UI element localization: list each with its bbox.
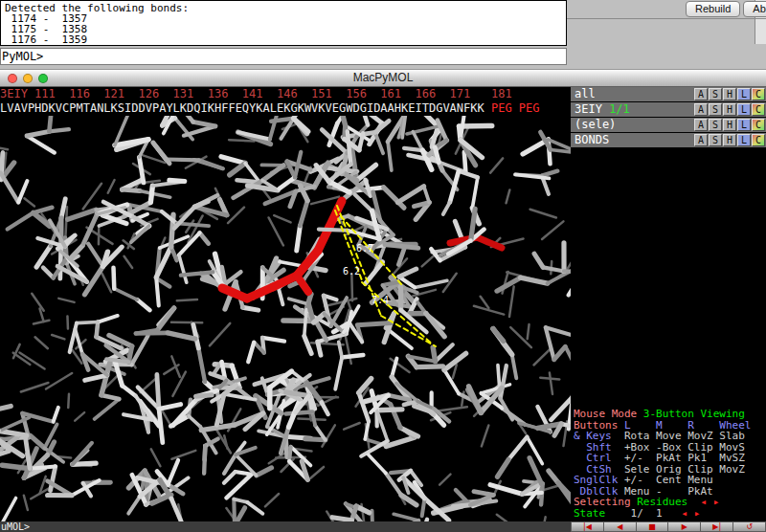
vcr-button-4[interactable]: ▶|: [701, 521, 733, 532]
action-button-l[interactable]: L: [737, 134, 751, 146]
object-panel: allASHLC3EIY 1/1ASHLC(sele)ASHLCBONDSASH…: [571, 87, 766, 521]
action-button-h[interactable]: H: [723, 119, 736, 131]
action-button-a[interactable]: A: [694, 134, 708, 146]
sequence-numbers: 3EIY 111 116 121 126 131 136 141 146 151…: [0, 87, 571, 101]
object-action-buttons: ASHLC: [694, 119, 765, 131]
object-row-bonds[interactable]: BONDSASHLC: [571, 133, 766, 147]
internal-prompt: uMOL>: [1, 521, 30, 532]
mouse-mode-panel: Mouse Mode 3-Button ViewingButtons L M R…: [574, 409, 765, 519]
distance-label: 7.4: [372, 295, 389, 305]
minimize-button[interactable]: [23, 74, 33, 83]
distance-label: 6.2: [343, 266, 360, 277]
window-title: MacPyMOL: [0, 70, 766, 86]
object-state-count: 1/1: [602, 102, 630, 116]
rebuild-button[interactable]: Rebuild: [686, 1, 740, 17]
object-label: (sele): [574, 118, 616, 131]
toolbar-divider: [567, 18, 766, 19]
action-button-h[interactable]: H: [723, 88, 736, 100]
object-action-buttons: ASHLC: [694, 134, 765, 146]
action-button-h[interactable]: H: [723, 134, 736, 146]
object-action-buttons: ASHLC: [694, 88, 765, 100]
object-label: BONDS: [574, 133, 609, 146]
molecule-canvas[interactable]: 6.76.27.4: [0, 116, 571, 521]
sequence-hetero-residues[interactable]: PEG PEG: [491, 101, 540, 115]
action-button-s[interactable]: S: [709, 134, 722, 146]
action-button-l[interactable]: L: [737, 119, 751, 131]
object-row-sele[interactable]: (sele)ASHLC: [571, 118, 766, 132]
distance-label: 6.7: [356, 243, 373, 254]
action-button-h[interactable]: H: [723, 103, 736, 116]
object-row-all[interactable]: allASHLC: [571, 87, 766, 101]
molecule-viewport[interactable]: 6.76.27.4: [0, 116, 571, 521]
sequence-residue-letters[interactable]: LVAVPHDKVCPMTANLKSIDDVPAYLKDQIKHFFEQYKAL…: [0, 101, 491, 115]
command-prompt-label: PyMOL>: [2, 50, 43, 63]
window-titlebar[interactable]: MacPyMOL: [0, 69, 766, 87]
mouse-panel-text: 1/ 1: [612, 507, 663, 520]
bottom-bar: uMOL> |◀◀■▶▶|↺: [0, 521, 766, 532]
action-button-c[interactable]: C: [752, 88, 765, 100]
vcr-button-0[interactable]: |◀: [571, 521, 604, 532]
cycle-arrows[interactable]: ◂ ▸: [663, 507, 701, 520]
builder-toolbar: Rebuild Abort: [686, 1, 766, 17]
zoom-button[interactable]: [38, 74, 48, 83]
action-button-l[interactable]: L: [737, 88, 751, 100]
action-button-c[interactable]: C: [752, 134, 765, 146]
action-button-s[interactable]: S: [709, 119, 722, 131]
abort-button[interactable]: Abort: [743, 1, 766, 17]
vcr-button-2[interactable]: ■: [637, 521, 669, 532]
vcr-button-3[interactable]: ▶: [668, 521, 701, 532]
close-button[interactable]: [8, 74, 17, 83]
object-action-buttons: ASHLC: [694, 103, 765, 116]
action-button-s[interactable]: S: [709, 88, 722, 100]
object-label: all: [574, 87, 596, 100]
vcr-button-1[interactable]: ◀: [604, 521, 637, 532]
action-button-c[interactable]: C: [752, 103, 765, 116]
mouse-panel-line: State 1/ 1 ◂ ▸: [574, 508, 765, 520]
movie-controls: |◀◀■▶▶|↺: [571, 521, 766, 532]
action-button-a[interactable]: A: [694, 119, 708, 131]
action-button-l[interactable]: L: [737, 103, 751, 116]
console-output: Detected the following bonds: 1174 - 135…: [0, 0, 567, 46]
vcr-button-5[interactable]: ↺: [733, 521, 766, 532]
screen: Detected the following bonds: 1174 - 135…: [0, 0, 766, 532]
action-button-c[interactable]: C: [752, 119, 765, 131]
action-button-s[interactable]: S: [709, 103, 722, 116]
gl-area: 3EIY 111 116 121 126 131 136 141 146 151…: [0, 87, 766, 521]
mouse-panel-text: State: [574, 507, 612, 520]
command-input[interactable]: PyMOL>: [0, 48, 567, 65]
action-button-a[interactable]: A: [694, 88, 708, 100]
object-label: 3EIY: [574, 102, 602, 116]
console-line: 1176 - 1359: [5, 34, 552, 45]
object-row-3eiy[interactable]: 3EIY 1/1ASHLC: [571, 102, 766, 117]
sequence-residues[interactable]: LVAVPHDKVCPMTANLKSIDDVPAYLKDQIKHFFEQYKAL…: [0, 101, 571, 116]
action-button-a[interactable]: A: [694, 103, 708, 116]
